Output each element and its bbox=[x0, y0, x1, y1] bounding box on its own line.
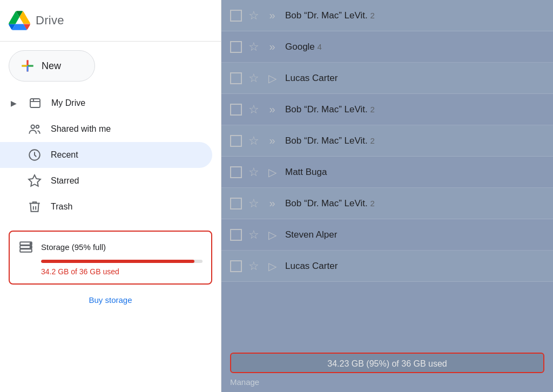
storage-label: Storage (95% full) bbox=[41, 242, 106, 252]
file-checkbox[interactable] bbox=[230, 10, 242, 22]
svg-point-17 bbox=[30, 246, 31, 247]
file-row: ☆ ▷ Matt Buga bbox=[221, 157, 553, 188]
file-checkbox[interactable] bbox=[230, 229, 242, 241]
plus-icon bbox=[20, 58, 35, 73]
file-checkbox[interactable] bbox=[230, 72, 242, 84]
file-name: Google 4 bbox=[285, 42, 544, 52]
manage-link[interactable]: Manage bbox=[226, 375, 549, 390]
sidebar-item-shared[interactable]: Shared with me bbox=[0, 116, 212, 142]
storage-bar-fill bbox=[41, 260, 194, 263]
arrow-icon: » bbox=[266, 197, 279, 209]
file-row: ☆ » Bob “Dr. Mac” LeVit. 2 bbox=[221, 94, 553, 125]
file-row: ☆ ▷ Steven Alper bbox=[221, 219, 553, 251]
footer-area: 34.23 GB (95%) of 36 GB used Manage bbox=[221, 348, 553, 392]
file-name: Lucas Carter bbox=[285, 73, 544, 84]
footer-storage-text: 34.23 GB (95%) of 36 GB used bbox=[240, 359, 535, 369]
logo-area: Drive bbox=[0, 6, 221, 39]
svg-rect-15 bbox=[20, 249, 32, 252]
file-checkbox[interactable] bbox=[230, 166, 242, 178]
buy-storage-link[interactable]: Buy storage bbox=[0, 289, 221, 311]
file-checkbox[interactable] bbox=[230, 104, 242, 116]
star-icon[interactable]: ☆ bbox=[248, 228, 259, 242]
star-icon[interactable]: ☆ bbox=[248, 134, 259, 148]
svg-rect-6 bbox=[30, 99, 40, 107]
star-icon[interactable]: ☆ bbox=[248, 259, 259, 273]
file-list: ☆ » Bob “Dr. Mac” LeVit. 2 ☆ » Google 4 … bbox=[221, 0, 553, 348]
new-button-label: New bbox=[42, 60, 61, 72]
storage-icon bbox=[18, 239, 33, 254]
file-name: Bob “Dr. Mac” LeVit. 2 bbox=[285, 10, 544, 21]
svg-point-8 bbox=[31, 125, 35, 129]
file-row: ☆ » Google 4 bbox=[221, 31, 553, 63]
file-checkbox[interactable] bbox=[230, 135, 242, 147]
file-name: Matt Buga bbox=[285, 167, 544, 178]
file-row: ☆ » Bob “Dr. Mac” LeVit. 2 bbox=[221, 188, 553, 219]
file-checkbox[interactable] bbox=[230, 260, 242, 272]
file-row: ☆ ▷ Lucas Carter bbox=[221, 63, 553, 94]
file-checkbox[interactable] bbox=[230, 41, 242, 53]
chevron-right-icon: ▶ bbox=[11, 99, 17, 107]
recent-icon bbox=[27, 147, 42, 163]
sidebar-item-label: Trash bbox=[51, 202, 72, 212]
svg-marker-11 bbox=[29, 175, 41, 186]
sidebar-divider bbox=[0, 41, 221, 42]
file-row: ☆ » Bob “Dr. Mac” LeVit. 2 bbox=[221, 125, 553, 157]
arrow-icon: » bbox=[266, 9, 279, 22]
sidebar-item-my-drive[interactable]: ▶ My Drive bbox=[0, 90, 212, 116]
sidebar-item-starred[interactable]: Starred bbox=[0, 168, 212, 194]
storage-detail: 34.2 GB of 36 GB used bbox=[41, 267, 203, 276]
new-button[interactable]: New bbox=[9, 50, 95, 82]
my-drive-icon bbox=[28, 96, 43, 111]
star-icon[interactable]: ☆ bbox=[248, 197, 259, 211]
sidebar-item-label: Shared with me bbox=[51, 124, 111, 134]
arrow-icon: ▷ bbox=[266, 166, 279, 179]
svg-point-16 bbox=[30, 243, 31, 244]
file-row: ☆ ▷ Lucas Carter bbox=[221, 251, 553, 282]
arrow-icon: ▷ bbox=[266, 228, 279, 241]
storage-bar bbox=[41, 260, 203, 263]
trash-icon bbox=[27, 199, 42, 214]
star-icon[interactable]: ☆ bbox=[248, 103, 259, 117]
storage-header: Storage (95% full) bbox=[18, 239, 203, 254]
file-name: Bob “Dr. Mac” LeVit. 2 bbox=[285, 198, 544, 209]
star-icon[interactable]: ☆ bbox=[248, 165, 259, 179]
star-icon[interactable]: ☆ bbox=[248, 71, 259, 85]
svg-point-9 bbox=[36, 125, 39, 128]
app-title: Drive bbox=[36, 13, 64, 28]
file-name: Lucas Carter bbox=[285, 261, 544, 272]
arrow-icon: » bbox=[266, 40, 279, 53]
file-name: Steven Alper bbox=[285, 229, 544, 240]
file-checkbox[interactable] bbox=[230, 198, 242, 209]
arrow-icon: ▷ bbox=[266, 260, 279, 273]
arrow-icon: ▷ bbox=[266, 72, 279, 85]
sidebar-item-trash[interactable]: Trash bbox=[0, 194, 212, 220]
file-name: Bob “Dr. Mac” LeVit. 2 bbox=[285, 104, 544, 115]
sidebar-item-label: Recent bbox=[51, 150, 78, 160]
main-panel: ☆ » Bob “Dr. Mac” LeVit. 2 ☆ » Google 4 … bbox=[221, 0, 553, 392]
shared-icon bbox=[27, 121, 42, 137]
storage-footer: 34.23 GB (95%) of 36 GB used bbox=[230, 353, 544, 373]
star-icon[interactable]: ☆ bbox=[248, 40, 259, 54]
file-row: ☆ » Bob “Dr. Mac” LeVit. 2 bbox=[221, 0, 553, 31]
drive-logo-icon bbox=[9, 11, 30, 30]
sidebar-item-recent[interactable]: Recent bbox=[0, 142, 212, 168]
sidebar-item-label: My Drive bbox=[51, 98, 85, 108]
sidebar: Drive New ▶ My Drive bbox=[0, 0, 221, 392]
sidebar-item-label: Starred bbox=[51, 176, 79, 186]
file-name: Bob “Dr. Mac” LeVit. 2 bbox=[285, 136, 544, 146]
arrow-icon: » bbox=[266, 103, 279, 116]
star-icon[interactable]: ☆ bbox=[248, 9, 259, 23]
starred-icon bbox=[27, 173, 42, 188]
arrow-icon: » bbox=[266, 134, 279, 147]
storage-section: Storage (95% full) 34.2 GB of 36 GB used bbox=[9, 231, 212, 285]
